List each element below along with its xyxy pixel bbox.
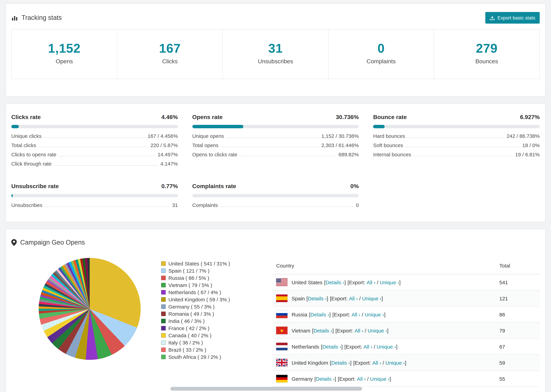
export-unique-link[interactable]: Unique › bbox=[380, 279, 399, 285]
metric-value: 2,303 / 61.446% bbox=[321, 142, 359, 148]
details-link[interactable]: Details › bbox=[331, 360, 350, 365]
export-all-link[interactable]: All › bbox=[372, 360, 381, 365]
geo-row-country-cell: Germany[Details ›][Export: All › / Uniqu… bbox=[276, 375, 499, 382]
rate-metric-row: Unique opens 1,152 / 30.736% bbox=[192, 133, 359, 139]
legend-label: India ( 46 / 3% ) bbox=[168, 318, 205, 324]
metric-value: 689.82% bbox=[339, 152, 359, 157]
legend-label: Netherlands ( 67 / 4% ) bbox=[168, 289, 221, 295]
rate-panel-rows: Hard bounces 242 / 86.738% Soft bounces … bbox=[373, 133, 540, 157]
export-unique-link[interactable]: Unique › bbox=[368, 328, 387, 333]
dotted-leader bbox=[407, 138, 504, 138]
geo-opens-card: Campaign Geo Opens United States ( 541 /… bbox=[6, 229, 545, 392]
rate-panel-title: Clicks rate bbox=[11, 114, 41, 121]
legend-item: Netherlands ( 67 / 4% ) bbox=[161, 289, 271, 296]
export-unique-link[interactable]: Unique › bbox=[362, 295, 381, 301]
legend-item: South Africa ( 29 / 2% ) bbox=[161, 353, 271, 361]
export-all-link[interactable]: All › bbox=[354, 328, 363, 333]
rate-metric-row: Unique clicks 167 / 4.456% bbox=[11, 133, 178, 139]
legend-label: Italy ( 36 / 2% ) bbox=[168, 340, 203, 345]
legend-item: India ( 46 / 3% ) bbox=[161, 317, 271, 325]
country-name: Germany bbox=[292, 376, 313, 382]
rate-panel-rows: Unique opens 1,152 / 30.736% Total opens… bbox=[192, 133, 359, 157]
rate-panel-title: Unsubscribe rate bbox=[11, 183, 59, 190]
geo-table-row: United Kingdom[Details ›][Export: All › … bbox=[273, 355, 540, 371]
country-name: Vietnam bbox=[292, 328, 311, 333]
flag-de-icon bbox=[276, 375, 288, 382]
geo-body: United States ( 541 / 31% ) Spain ( 121 … bbox=[11, 258, 540, 387]
export-unique-link[interactable]: Unique › bbox=[370, 376, 389, 382]
dotted-leader bbox=[406, 147, 520, 147]
details-link[interactable]: Details › bbox=[322, 343, 341, 350]
geo-pie-legend: United States ( 541 / 31% ) Spain ( 121 … bbox=[161, 258, 271, 361]
rates-card: Clicks rate 4.46% Unique clicks 167 / 4.… bbox=[6, 103, 545, 222]
stat-value: 1,152 bbox=[12, 42, 117, 56]
legend-swatch bbox=[161, 290, 166, 294]
legend-item: Romania ( 49 / 3% ) bbox=[161, 310, 271, 317]
rate-panel-opens: Opens rate 30.736% Unique opens 1,152 / … bbox=[192, 114, 359, 167]
rate-panel-title: Opens rate bbox=[192, 114, 223, 121]
legend-swatch bbox=[161, 297, 166, 302]
legend-label: France ( 42 / 2% ) bbox=[168, 325, 209, 331]
details-link[interactable]: Details › bbox=[316, 376, 335, 382]
geo-table-row: ★Vietnam[Details ›][Export: All › / Uniq… bbox=[273, 322, 540, 339]
rate-metric-row: Hard bounces 242 / 86.738% bbox=[373, 133, 540, 139]
horizontal-scrollbar-thumb[interactable] bbox=[170, 387, 362, 391]
details-link[interactable]: Details › bbox=[325, 279, 344, 285]
dotted-leader bbox=[38, 147, 148, 147]
export-all-link[interactable]: All › bbox=[352, 311, 360, 317]
flag-es-icon bbox=[276, 294, 288, 302]
legend-item: Russia ( 86 / 5% ) bbox=[161, 274, 271, 281]
legend-item: Canada ( 40 / 2% ) bbox=[161, 332, 271, 339]
legend-swatch bbox=[161, 348, 166, 352]
details-link[interactable]: Details › bbox=[308, 295, 327, 301]
metric-label: Unique clicks bbox=[11, 133, 42, 139]
rate-progress-fill bbox=[373, 125, 385, 128]
geo-table-row: Germany[Details ›][Export: All › / Uniqu… bbox=[273, 371, 540, 387]
stat-value: 31 bbox=[223, 42, 328, 56]
geo-row-total: 59 bbox=[499, 360, 536, 365]
legend-label: South Africa ( 29 / 2% ) bbox=[168, 354, 221, 360]
legend-item: Spain ( 121 / 7% ) bbox=[161, 267, 271, 274]
metric-label: Total clicks bbox=[11, 142, 36, 148]
summary-stat: 279 Bounces bbox=[434, 29, 539, 79]
export-all-link[interactable]: All › bbox=[349, 295, 358, 301]
tracking-stats-title: Tracking stats bbox=[11, 13, 62, 23]
summary-stat: 0 Complaints bbox=[329, 29, 434, 79]
legend-item: United States ( 541 / 31% ) bbox=[161, 260, 271, 267]
rate-panel-percent: 0% bbox=[350, 183, 359, 190]
details-link[interactable]: Details › bbox=[313, 328, 332, 333]
geo-row-country-cell: Netherlands[Details ›][Export: All › / U… bbox=[276, 343, 499, 350]
rate-metric-row: Complaints 0 bbox=[192, 202, 359, 208]
dotted-leader bbox=[221, 147, 319, 147]
export-unique-link[interactable]: Unique › bbox=[377, 343, 396, 350]
rate-panel-percent: 6.927% bbox=[520, 114, 540, 121]
rate-progress-track bbox=[11, 125, 178, 128]
export-all-link[interactable]: All › bbox=[363, 343, 372, 350]
dotted-leader bbox=[414, 156, 513, 156]
metric-value: 220 / 5.87% bbox=[150, 142, 178, 148]
metric-label: Clicks to opens rate bbox=[11, 152, 56, 157]
geo-row-country-cell: United States[Details ›][Export: All › /… bbox=[276, 279, 499, 286]
geo-opens-title-text: Campaign Geo Opens bbox=[20, 237, 85, 248]
legend-item: United Kingdom ( 59 / 3% ) bbox=[161, 296, 271, 303]
dotted-leader bbox=[45, 207, 170, 207]
legend-label: Romania ( 49 / 3% ) bbox=[168, 311, 214, 317]
export-basic-stats-button[interactable]: Export basic stats bbox=[485, 12, 540, 24]
rate-progress-track bbox=[192, 194, 359, 197]
geo-row-country-cell: Russia[Details ›][Export: All › / Unique… bbox=[276, 311, 499, 318]
rates-grid: Clicks rate 4.46% Unique clicks 167 / 4.… bbox=[11, 114, 540, 208]
export-unique-link[interactable]: Unique › bbox=[365, 311, 384, 317]
metric-value: 18 / 0% bbox=[522, 142, 540, 148]
stat-label: Bounces bbox=[434, 58, 539, 65]
geo-table-row: Spain[Details ›][Export: All › / Unique … bbox=[273, 290, 540, 307]
flag-vn-icon: ★ bbox=[276, 327, 288, 334]
geo-pie-chart bbox=[39, 258, 141, 360]
export-unique-link[interactable]: Unique › bbox=[386, 360, 405, 365]
metric-value: 242 / 86.738% bbox=[507, 133, 540, 139]
stat-label: Complaints bbox=[329, 58, 434, 65]
details-link[interactable]: Details › bbox=[311, 311, 329, 317]
export-all-link[interactable]: All › bbox=[367, 279, 376, 285]
country-name: United States bbox=[292, 279, 322, 285]
rate-panel-bounce: Bounce rate 6.927% Hard bounces 242 / 86… bbox=[373, 114, 540, 167]
export-all-link[interactable]: All › bbox=[357, 376, 366, 382]
